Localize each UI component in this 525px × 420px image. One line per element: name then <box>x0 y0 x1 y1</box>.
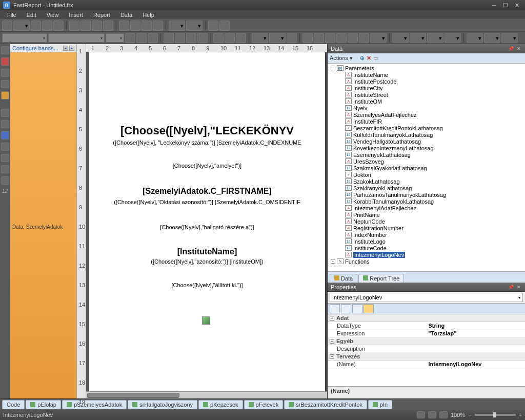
save-button[interactable] <box>31 21 41 31</box>
band-tool-icon[interactable] <box>1 80 9 88</box>
text-allitott[interactable]: [Choose([Nyelv],"állított ki.")] <box>89 282 325 288</box>
param-SzakiranyokLathatosag[interactable]: 12SzakiranyokLathatosag <box>328 185 525 191</box>
menu-file[interactable]: File <box>2 11 22 19</box>
saveall-button[interactable] <box>42 21 52 31</box>
style-combo[interactable] <box>2 33 47 43</box>
param-InstituteCity[interactable]: AInstituteCity <box>328 85 525 91</box>
alignmiddle-button[interactable] <box>225 33 235 43</box>
menu-edit[interactable]: Edit <box>22 11 42 19</box>
group-button[interactable] <box>208 21 218 31</box>
picture-tool-icon[interactable] <box>1 69 9 77</box>
page-tab-pKepzesek[interactable]: pKepzesek <box>198 400 243 409</box>
text-title-sub[interactable]: ([Choose([Nyelv], "Leckekönyv száma:")] … <box>89 139 325 146</box>
menu-data[interactable]: Data <box>115 11 137 19</box>
alignjustify-button[interactable] <box>197 33 208 43</box>
param-SzakmaiGyakorlatLathatosag[interactable]: 12SzakmaiGyakorlatLathatosag <box>328 165 525 171</box>
highlight-button[interactable]: ▾ <box>269 33 286 43</box>
zoom-in-icon[interactable]: + <box>519 412 522 418</box>
page-tab-Code[interactable]: Code <box>2 400 25 409</box>
italic-button[interactable] <box>136 33 147 43</box>
textcolor-button[interactable]: ▾ <box>252 33 268 43</box>
param-KorabbiTanulmanyokLathatosag[interactable]: 12KorabbiTanulmanyokLathatosag <box>328 198 525 205</box>
text-title[interactable]: [Choose([Nyelv],"LECKEKÖNYV <box>89 124 325 137</box>
param-RegistrationNumber[interactable]: ARegistrationNumber <box>328 225 525 231</box>
font-combo[interactable] <box>48 33 105 43</box>
param-Nyelv[interactable]: 12Nyelv <box>328 105 525 111</box>
param-InstituteFIR[interactable]: AInstituteFIR <box>328 118 525 125</box>
page-tab-pElolap[interactable]: pElolap <box>26 400 61 409</box>
param-PrintName[interactable]: APrintName <box>328 211 525 218</box>
text-oktid[interactable]: ([Choose([Nyelv],"Oktatási azonosító:")]… <box>89 199 325 205</box>
horizontal-scrollbar[interactable] <box>86 391 327 398</box>
shape-tool-icon[interactable] <box>1 91 9 99</box>
borderall-button[interactable] <box>348 33 358 43</box>
param-InstitutePostcode[interactable]: AInstitutePostcode <box>328 78 525 85</box>
aligntop-button[interactable] <box>213 33 224 43</box>
checkbox-tool-icon[interactable] <box>1 154 9 162</box>
maximize-button[interactable]: ☐ <box>500 2 511 9</box>
param-NeptunCode[interactable]: ANeptunCode <box>328 218 525 225</box>
prop-cat-button[interactable] <box>330 304 340 313</box>
matrix-tool-icon[interactable] <box>1 120 9 128</box>
chart-tool-icon[interactable] <box>1 131 9 139</box>
param-InstituteStreet[interactable]: AInstituteStreet <box>328 91 525 98</box>
param-KovetkezoIntezmenyLathatosag[interactable]: 12KovetkezoIntezmenyLathatosag <box>328 145 525 151</box>
sizeobj-button[interactable]: ▾ <box>484 33 500 43</box>
zoom-out-icon[interactable]: − <box>468 412 471 418</box>
menu-help[interactable]: Help <box>137 11 159 19</box>
prop-row-Expression[interactable]: Expression"Torzslap" <box>328 330 525 337</box>
view-mode-2-icon[interactable] <box>428 411 436 418</box>
param-SzemelyesAdatFejlechez[interactable]: ASzemelyesAdatFejlechez <box>328 111 525 118</box>
picture-placeholder[interactable] <box>202 316 210 325</box>
page-tab-pFelevek[interactable]: pFelevek <box>244 400 284 409</box>
copy-button[interactable] <box>130 21 140 31</box>
menu-insert[interactable]: Insert <box>64 11 88 19</box>
param-IntezmenyiAdatFejlechez[interactable]: AIntezmenyiAdatFejlechez <box>328 205 525 211</box>
tree-root-functions[interactable]: +fxFunctions <box>328 258 525 265</box>
view-mode-3-icon[interactable] <box>439 411 448 418</box>
text-amelyet[interactable]: [Choose([Nyelv],"amelyet")] <box>89 163 325 169</box>
param-ParhuzamosTanulmanyokLathatosag[interactable]: 12ParhuzamosTanulmanyokLathatosag <box>328 191 525 198</box>
alignobj-button[interactable]: ▾ <box>467 33 483 43</box>
page-tab-pIn[interactable]: pIn <box>368 400 392 409</box>
scroll-left-icon[interactable]: ◂ <box>63 46 68 51</box>
text-azonosito[interactable]: ([Choose([Nyelv],"azonosító:")] [Institu… <box>89 258 325 265</box>
select-tool-icon[interactable] <box>1 46 9 54</box>
param-SzakokLathatosag[interactable]: 12SzakokLathatosag <box>328 178 525 185</box>
param-IntezmenyiLogoNev[interactable]: AIntezmenyiLogoNev <box>328 251 525 258</box>
borderbottom-button[interactable] <box>314 33 324 43</box>
report-page[interactable]: [Choose([Nyelv],"LECKEKÖNYV ([Choose([Ny… <box>89 52 325 391</box>
newpage-button[interactable] <box>69 21 79 31</box>
ungroup-button[interactable] <box>219 21 230 31</box>
param-InstituteName[interactable]: AInstituteName <box>328 71 525 78</box>
close-pane-icon[interactable]: ✕ <box>516 46 522 52</box>
bold-button[interactable] <box>125 33 135 43</box>
cellular-tool-icon[interactable] <box>1 165 9 173</box>
fillcolor-button[interactable]: ▾ <box>392 33 409 43</box>
textrotate-button[interactable] <box>287 33 297 43</box>
param-InstituteCode[interactable]: 12InstituteCode <box>328 245 525 251</box>
view-icon[interactable]: ▭ <box>373 55 378 62</box>
pin-icon[interactable]: 📌 <box>508 46 514 52</box>
cut-button[interactable] <box>119 21 129 31</box>
redo-button[interactable]: ▾ <box>186 21 203 31</box>
spacing-button[interactable]: ▾ <box>501 33 518 43</box>
prop-row-DataType[interactable]: DataTypeString <box>328 322 525 330</box>
design-canvas[interactable]: [Choose([Nyelv],"LECKEKÖNYV ([Choose([Ny… <box>86 52 327 391</box>
zoom-slider[interactable] <box>475 414 516 416</box>
table-tool-icon[interactable] <box>1 109 9 117</box>
configure-bands-link[interactable]: Configure bands... <box>12 45 58 51</box>
text-firstname[interactable]: [SzemelyiAdatok.C_FIRSTNAME] <box>89 187 325 196</box>
page-tab-pSzemelyesAdatok[interactable]: pSzemelyesAdatok <box>62 400 127 409</box>
underline-button[interactable] <box>148 33 158 43</box>
prop-az-button[interactable] <box>341 304 351 313</box>
newdialog-button[interactable] <box>80 21 91 31</box>
prop-events-button[interactable] <box>364 304 374 313</box>
alignbottom-button[interactable] <box>236 33 246 43</box>
properties-close-icon[interactable]: ✕ <box>516 284 522 290</box>
borderright-button[interactable] <box>336 33 347 43</box>
properties-object-combo[interactable]: IntezmenyiLogoNev <box>330 293 523 302</box>
param-IndexNumber[interactable]: AIndexNumber <box>328 231 525 238</box>
param-InstituteOM[interactable]: AInstituteOM <box>328 98 525 105</box>
view-mode-1-icon[interactable] <box>417 411 425 418</box>
